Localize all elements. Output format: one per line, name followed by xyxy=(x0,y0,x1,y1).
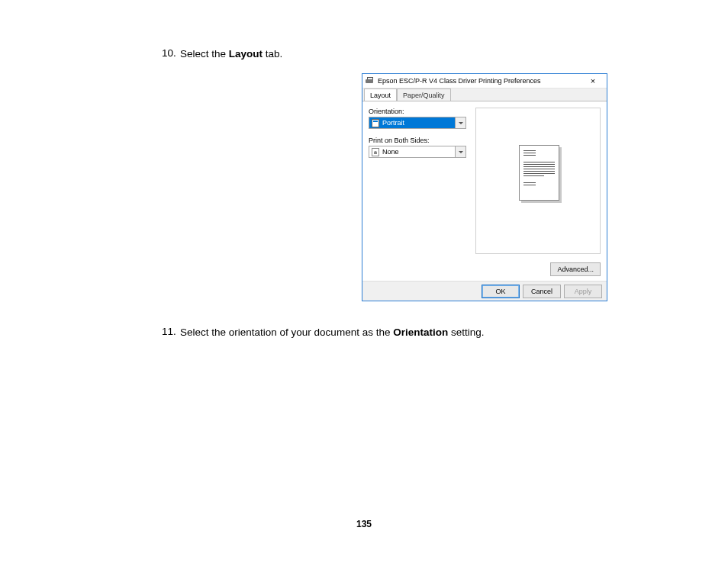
dialog-buttons: OK Cancel Apply xyxy=(362,281,607,301)
step-text-bold: Layout xyxy=(229,48,263,60)
preview-pane xyxy=(475,108,601,254)
step-text-pre: Select the xyxy=(180,48,229,60)
step-10: 10. Select the Layout tab. Epson ESC/P-R… xyxy=(0,47,728,301)
chevron-down-icon xyxy=(459,122,463,124)
tab-body: Orientation: Portrait Print on Both Side… xyxy=(362,101,607,281)
portrait-icon xyxy=(372,119,379,127)
advanced-row: Advanced... xyxy=(547,262,601,276)
both-sides-select[interactable]: None xyxy=(369,146,466,158)
advanced-button[interactable]: Advanced... xyxy=(550,262,601,276)
both-sides-dropdown-button[interactable] xyxy=(455,146,465,157)
both-sides-value: None xyxy=(382,148,399,156)
screenshot-dialog: Epson ESC/P-R V4 Class Driver Printing P… xyxy=(362,73,607,301)
instruction-list: 10. Select the Layout tab. Epson ESC/P-R… xyxy=(0,47,728,339)
tab-paper-quality[interactable]: Paper/Quality xyxy=(397,88,451,101)
step-text: Select the Layout tab. xyxy=(180,48,282,60)
page-preview xyxy=(519,145,559,201)
step-text-post: tab. xyxy=(263,48,282,60)
orientation-dropdown-button[interactable] xyxy=(455,117,465,128)
both-sides-value-wrap: None xyxy=(369,146,455,157)
titlebar[interactable]: Epson ESC/P-R V4 Class Driver Printing P… xyxy=(362,74,607,88)
step-text-pre: Select the orientation of your document … xyxy=(180,327,393,338)
step-text-bold: Orientation xyxy=(393,327,448,338)
cancel-button[interactable]: Cancel xyxy=(523,285,561,298)
ok-button[interactable]: OK xyxy=(482,285,520,298)
orientation-select[interactable]: Portrait xyxy=(369,117,466,129)
chevron-down-icon xyxy=(459,151,463,153)
window-title: Epson ESC/P-R V4 Class Driver Printing P… xyxy=(378,77,582,85)
document-page: 10. Select the Layout tab. Epson ESC/P-R… xyxy=(0,0,728,563)
step-number: 10. xyxy=(162,47,176,59)
orientation-label: Orientation: xyxy=(369,108,466,115)
apply-button[interactable]: Apply xyxy=(564,285,602,298)
page-icon xyxy=(372,148,379,156)
close-button[interactable]: × xyxy=(582,74,604,88)
tab-layout[interactable]: Layout xyxy=(364,88,397,101)
page-number: 135 xyxy=(0,519,728,529)
printer-icon xyxy=(366,77,375,85)
orientation-value-wrap: Portrait xyxy=(369,117,455,128)
settings-column: Orientation: Portrait Print on Both Side… xyxy=(369,108,466,166)
step-11: 11. Select the orientation of your docum… xyxy=(0,326,728,339)
step-number: 11. xyxy=(162,326,176,337)
orientation-value: Portrait xyxy=(382,119,404,127)
tabstrip: Layout Paper/Quality xyxy=(362,88,607,101)
printing-preferences-dialog: Epson ESC/P-R V4 Class Driver Printing P… xyxy=(362,73,607,301)
step-text: Select the orientation of your document … xyxy=(180,327,484,338)
both-sides-label: Print on Both Sides: xyxy=(369,137,466,144)
step-text-post: setting. xyxy=(448,327,484,338)
